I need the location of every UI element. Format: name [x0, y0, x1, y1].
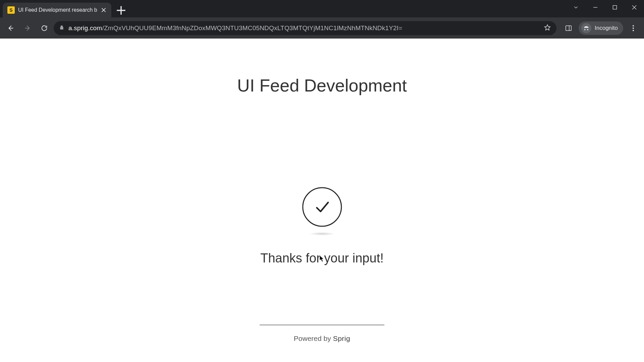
back-button[interactable] — [3, 21, 18, 36]
svg-rect-1 — [566, 25, 572, 31]
page-viewport: UI Feed Development Thanks for your inpu… — [0, 39, 644, 362]
side-panel-button[interactable] — [561, 21, 576, 36]
favicon-letter: S — [9, 7, 12, 13]
address-bar[interactable]: a.sprig.com/ZmQxVUhQUU9EMmM3fnNpZDoxMWQ3… — [54, 21, 556, 35]
thanks-message: Thanks for your input! — [260, 251, 384, 265]
svg-rect-0 — [613, 6, 617, 9]
divider — [260, 325, 384, 325]
url-path: /ZmQxVUhQUU9EMmM3fnNpZDoxMWQ3NTU3MC05NDQ… — [102, 24, 402, 32]
maximize-icon — [612, 5, 618, 10]
powered-by: Powered by Sprig — [294, 335, 350, 343]
incognito-icon — [581, 23, 591, 33]
arrow-left-icon — [7, 24, 14, 32]
lock-icon — [59, 25, 64, 32]
sprig-logo[interactable]: Sprig — [333, 335, 351, 343]
bookmark-button[interactable] — [544, 24, 551, 33]
dot-icon — [633, 30, 634, 31]
window-controls — [568, 0, 644, 15]
new-tab-button[interactable] — [115, 5, 127, 16]
chevron-down-icon — [573, 4, 579, 10]
incognito-label: Incognito — [595, 25, 618, 32]
close-tab-button[interactable] — [101, 7, 107, 13]
window-maximize-button[interactable] — [605, 0, 625, 15]
tab-title: UI Feed Development research b — [18, 7, 97, 13]
plus-icon — [115, 5, 127, 16]
window-close-button[interactable] — [625, 0, 644, 15]
minimize-icon — [593, 5, 598, 10]
toolbar-right: Incognito — [561, 21, 641, 36]
favicon-icon: S — [7, 6, 15, 14]
url-text: a.sprig.com/ZmQxVUhQUU9EMmM3fnNpZDoxMWQ3… — [68, 24, 540, 32]
checkmark-circle-icon — [302, 187, 342, 227]
forward-button[interactable] — [20, 21, 35, 36]
dot-icon — [633, 27, 634, 29]
browser-menu-button[interactable] — [626, 21, 641, 36]
close-icon — [101, 7, 107, 13]
confirmation-block: Thanks for your input! — [260, 187, 384, 265]
powered-by-prefix: Powered by — [294, 335, 331, 343]
page-title: UI Feed Development — [0, 75, 644, 96]
url-host: a.sprig.com — [68, 24, 102, 32]
tabstrip: S UI Feed Development research b — [3, 3, 127, 17]
incognito-indicator[interactable]: Incognito — [579, 21, 623, 35]
titlebar: S UI Feed Development research b — [0, 0, 644, 17]
reload-button[interactable] — [37, 21, 52, 36]
toolbar: a.sprig.com/ZmQxVUhQUU9EMmM3fnNpZDoxMWQ3… — [0, 17, 644, 39]
tab-active[interactable]: S UI Feed Development research b — [3, 3, 111, 17]
close-icon — [632, 5, 637, 10]
arrow-right-icon — [24, 24, 31, 32]
star-icon — [544, 24, 551, 31]
shadow-icon — [309, 232, 335, 236]
side-panel-icon — [565, 24, 572, 32]
reload-icon — [41, 24, 48, 32]
checkmark-icon — [313, 198, 331, 216]
window-minimize-button[interactable] — [586, 0, 605, 15]
search-tabs-button[interactable] — [568, 0, 584, 15]
dot-icon — [633, 25, 634, 26]
browser-chrome: S UI Feed Development research b — [0, 0, 644, 39]
